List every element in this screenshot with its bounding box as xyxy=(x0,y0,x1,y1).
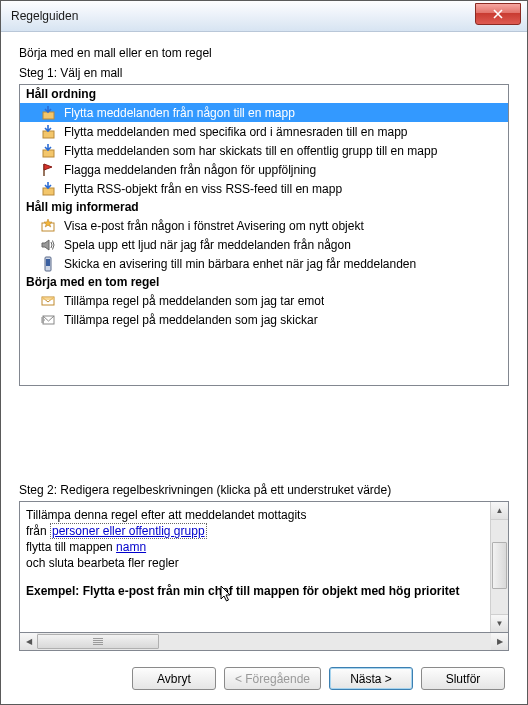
desc-line-apply: Tillämpa denna regel efter att meddeland… xyxy=(26,508,484,522)
template-label: Flytta meddelanden med specifika ord i ä… xyxy=(64,125,408,139)
scroll-right-arrow[interactable]: ▶ xyxy=(491,633,508,650)
template-move-subject-words[interactable]: Flytta meddelanden med specifika ord i ä… xyxy=(20,122,508,141)
desc-vertical-scrollbar[interactable]: ▲ ▼ xyxy=(490,502,508,632)
move-folder-icon xyxy=(40,181,56,197)
template-label: Flagga meddelanden från någon för uppföl… xyxy=(64,163,316,177)
template-new-item-alert[interactable]: Visa e-post från någon i fönstret Aviser… xyxy=(20,216,508,235)
close-icon xyxy=(493,9,503,19)
finish-button[interactable]: Slutför xyxy=(421,667,505,690)
template-label: Tillämpa regel på meddelanden som jag ta… xyxy=(64,294,324,308)
speaker-icon xyxy=(40,237,56,253)
desc-horizontal-scrollbar[interactable]: ◀ ▶ xyxy=(19,633,509,651)
template-move-from-person[interactable]: Flytta meddelanden från någon till en ma… xyxy=(20,103,508,122)
template-move-public-group[interactable]: Flytta meddelanden som har skickats till… xyxy=(20,141,508,160)
template-label: Spela upp ett ljud när jag får meddeland… xyxy=(64,238,351,252)
next-button[interactable]: Nästa > xyxy=(329,667,413,690)
scroll-up-arrow[interactable]: ▲ xyxy=(491,502,508,520)
template-move-rss[interactable]: Flytta RSS-objekt från en viss RSS-feed … xyxy=(20,179,508,198)
rule-description-content: Tillämpa denna regel efter att meddeland… xyxy=(20,502,490,632)
move-folder-icon xyxy=(40,124,56,140)
link-people-or-group[interactable]: personer eller offentlig grupp xyxy=(50,523,207,539)
template-label: Flytta meddelanden som har skickats till… xyxy=(64,144,437,158)
link-folder-name[interactable]: namn xyxy=(116,540,146,554)
alert-star-icon xyxy=(40,218,56,234)
envelope-send-icon xyxy=(40,312,56,328)
move-folder-icon xyxy=(40,105,56,121)
rule-description-box: Tillämpa denna regel efter att meddeland… xyxy=(19,501,509,633)
step2-label: Steg 2: Redigera regelbeskrivningen (kli… xyxy=(19,483,509,497)
template-listbox[interactable]: Håll ordning Flytta meddelanden från någ… xyxy=(19,84,509,386)
desc-example: Exempel: Flytta e-post från min chef til… xyxy=(26,584,484,598)
group-stay-informed: Håll mig informerad xyxy=(20,198,508,216)
desc-line-stop: och sluta bearbeta fler regler xyxy=(26,556,484,570)
scroll-thumb[interactable] xyxy=(492,542,507,589)
scroll-thumb[interactable] xyxy=(37,634,159,649)
template-label: Tillämpa regel på meddelanden som jag sk… xyxy=(64,313,318,327)
group-stay-organized: Håll ordning xyxy=(20,85,508,103)
template-label: Flytta meddelanden från någon till en ma… xyxy=(64,106,295,120)
group-blank-rule: Börja med en tom regel xyxy=(20,273,508,291)
template-label: Flytta RSS-objekt från en viss RSS-feed … xyxy=(64,182,342,196)
svg-rect-2 xyxy=(43,150,54,157)
flag-icon xyxy=(40,162,56,178)
desc-line-from: från personer eller offentlig grupp xyxy=(26,524,484,538)
scroll-left-arrow[interactable]: ◀ xyxy=(20,633,37,650)
template-blank-outgoing[interactable]: Tillämpa regel på meddelanden som jag sk… xyxy=(20,310,508,329)
step1-label: Steg 1: Välj en mall xyxy=(19,66,509,80)
desc-line-moveto: flytta till mappen namn xyxy=(26,540,484,554)
scroll-down-arrow[interactable]: ▼ xyxy=(491,614,508,632)
cancel-button[interactable]: Avbryt xyxy=(132,667,216,690)
scroll-track[interactable] xyxy=(37,633,491,650)
svg-rect-8 xyxy=(42,297,54,300)
template-play-sound[interactable]: Spela upp ett ljud när jag får meddeland… xyxy=(20,235,508,254)
template-mobile-alert[interactable]: Skicka en avisering till min bärbara enh… xyxy=(20,254,508,273)
svg-rect-0 xyxy=(43,112,54,119)
svg-rect-1 xyxy=(43,131,54,138)
rules-wizard-window: Regelguiden Börja med en mall eller en t… xyxy=(0,0,528,705)
move-folder-icon xyxy=(40,143,56,159)
titlebar: Regelguiden xyxy=(1,1,527,32)
button-row: Avbryt < Föregående Nästa > Slutför xyxy=(19,651,509,694)
dialog-body: Börja med en mall eller en tom regel Ste… xyxy=(1,32,527,704)
previous-button: < Föregående xyxy=(224,667,321,690)
svg-rect-6 xyxy=(46,259,50,266)
svg-rect-3 xyxy=(43,188,54,195)
template-blank-incoming[interactable]: Tillämpa regel på meddelanden som jag ta… xyxy=(20,291,508,310)
template-label: Skicka en avisering till min bärbara enh… xyxy=(64,257,416,271)
close-button[interactable] xyxy=(475,3,521,25)
mobile-icon xyxy=(40,256,56,272)
template-label: Visa e-post från någon i fönstret Aviser… xyxy=(64,219,364,233)
window-title: Regelguiden xyxy=(11,9,78,23)
intro-text: Börja med en mall eller en tom regel xyxy=(19,46,509,60)
envelope-icon xyxy=(40,293,56,309)
template-flag-followup[interactable]: Flagga meddelanden från någon för uppföl… xyxy=(20,160,508,179)
